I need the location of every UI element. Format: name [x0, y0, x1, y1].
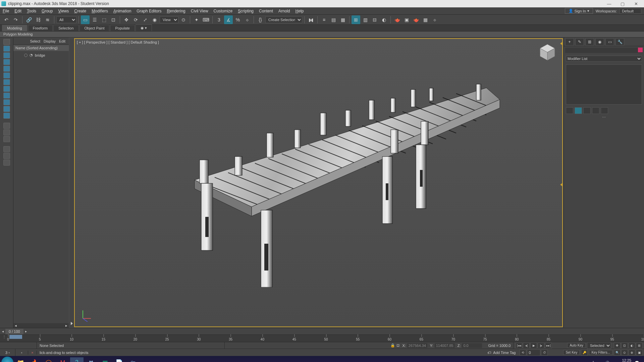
ribbon-tab-overflow[interactable]: ◉ ▾ [136, 24, 152, 31]
tray-chevron-icon[interactable]: ˄ [592, 361, 594, 362]
select-region-rect-button[interactable]: ⬚ [100, 15, 108, 24]
nav-walk-button[interactable]: ⊕ [629, 350, 635, 356]
named-selection-select[interactable]: Create Selection Se [265, 16, 302, 23]
show-end-result-button[interactable] [575, 107, 582, 114]
task-notepad[interactable]: 📄 [112, 357, 126, 362]
time-config-button[interactable]: ⏱ [541, 350, 548, 356]
minimize-button[interactable]: — [602, 0, 616, 7]
render-frame-button[interactable]: ▣ [402, 15, 411, 24]
bind-spacewarp-button[interactable]: ≋ [43, 15, 52, 24]
tray-volume-icon[interactable]: 🔊 [605, 361, 609, 362]
schematic-view-button[interactable]: ⊟ [370, 15, 379, 24]
next-frame-button[interactable]: |▸ [538, 343, 544, 349]
sign-in-button[interactable]: 👤 Sign In ▾ [565, 8, 593, 14]
play-button[interactable]: ▶ [530, 343, 537, 349]
nav-zoom-extents-button[interactable]: ⊡ [621, 343, 628, 349]
visibility-icon[interactable] [24, 54, 28, 57]
pin-stack-button[interactable] [566, 107, 573, 114]
display-geometry-icon[interactable] [3, 46, 10, 52]
snap-toggle-button[interactable]: 3 [215, 15, 223, 24]
z-value[interactable]: 0.0 [462, 343, 482, 348]
display-bones-icon[interactable] [3, 99, 10, 105]
listener-toggle[interactable]: ▫ [15, 351, 28, 355]
task-3dsmax[interactable]: 3 [70, 357, 84, 362]
nav-max-toggle-button[interactable]: ▣ [636, 350, 643, 356]
menu-content[interactable]: Content [256, 7, 276, 14]
configure-sets-button[interactable] [601, 107, 608, 114]
rotate-button[interactable]: ⟳ [131, 15, 140, 24]
mirror-button[interactable]: ◗◖ [307, 15, 315, 24]
ribbon-tab-populate[interactable]: Populate [110, 25, 135, 31]
timeslider-frame[interactable]: 0 / 100 [5, 329, 23, 334]
display-xrefs-icon[interactable] [3, 93, 10, 99]
cmdtab-create[interactable]: + [565, 38, 574, 46]
scene-scrollbar[interactable]: ◂ ▸ [13, 323, 69, 328]
select-by-name-button[interactable]: ☰ [90, 15, 99, 24]
task-app-x[interactable]: ✖ [84, 357, 98, 362]
placement-button[interactable]: ◉ [150, 15, 159, 24]
start-button[interactable] [1, 357, 13, 362]
pivot-button[interactable]: ⊙ [179, 15, 188, 24]
display-helpers-icon[interactable] [3, 72, 10, 78]
isolate-icon[interactable]: ⊡ [396, 343, 399, 348]
menu-group[interactable]: Group [39, 7, 55, 14]
layer-explorer-button[interactable]: ▤ [329, 15, 338, 24]
perspective-viewport[interactable]: [ + ] [ Perspective ] [ Standard ] [ Def… [74, 38, 563, 327]
tray-network-icon[interactable]: ▬ [598, 361, 601, 362]
viewcube[interactable] [537, 42, 557, 62]
scroll-left-icon[interactable]: ◂ [13, 323, 18, 328]
y-value[interactable]: 114007.85 [435, 343, 455, 348]
task-firefox[interactable]: 🔥 [28, 357, 41, 362]
remove-modifier-button[interactable] [592, 107, 599, 114]
task-gmail[interactable]: M [56, 357, 69, 362]
menu-create[interactable]: Create [71, 7, 89, 14]
scale-button[interactable]: ⤢ [141, 15, 150, 24]
render-production-button[interactable]: 🫖 [412, 15, 420, 24]
menu-views[interactable]: Views [55, 7, 71, 14]
display-spacewarps-icon[interactable] [3, 79, 10, 85]
timetag-icon[interactable]: 🏷 [487, 351, 491, 355]
timeslider-next[interactable]: ▸ [23, 329, 29, 333]
display-lights-icon[interactable] [3, 59, 10, 65]
menu-rendering[interactable]: Rendering [164, 7, 188, 14]
tray-notifications-icon[interactable]: 💬 [635, 361, 639, 362]
goto-start-button[interactable]: |◂◂ [516, 343, 522, 349]
ribbon-tab-selection[interactable]: Selection [53, 25, 78, 31]
display-groups-icon[interactable] [3, 86, 10, 92]
scene-tab-display[interactable]: Display [44, 39, 56, 43]
display-cameras-icon[interactable] [3, 66, 10, 72]
filter-lock-icon[interactable] [3, 160, 10, 166]
close-button[interactable]: ✕ [629, 0, 643, 7]
render-iterative-button[interactable]: ▦ [421, 15, 430, 24]
display-toggle-2-icon[interactable] [3, 129, 10, 135]
panel-drag-handle[interactable]: ⋯ [564, 115, 644, 117]
keyfilters-button[interactable]: Key Filters... [589, 350, 612, 355]
scene-tab-select[interactable]: Select [30, 39, 40, 43]
menu-customize[interactable]: Customize [211, 7, 235, 14]
selection-filter-select[interactable]: All [56, 16, 76, 23]
menu-arnold[interactable]: Arnold [276, 7, 293, 14]
render-online-button[interactable]: ⟐ [430, 15, 439, 24]
cmdtab-motion[interactable]: ◉ [595, 38, 604, 46]
angle-snap-button[interactable]: ∡ [224, 15, 233, 24]
cmdtab-modify[interactable]: ✎ [575, 38, 584, 46]
modifier-list-select[interactable]: Modifier List [566, 56, 642, 62]
display-toggle-3-icon[interactable] [3, 136, 10, 142]
ribbon-tab-object-paint[interactable]: Object Paint [79, 25, 110, 31]
select-object-button[interactable]: ▭ [81, 15, 90, 24]
goto-end-button[interactable]: ▸▸| [545, 343, 552, 349]
task-app-orange[interactable]: ◯ [42, 357, 55, 362]
listener-close[interactable]: × [28, 351, 37, 355]
setkey-button[interactable]: Set Key [563, 350, 580, 355]
prev-frame-button[interactable]: ◂| [523, 343, 530, 349]
task-explorer-2[interactable]: 🗂 [126, 357, 140, 362]
nav-fov-button[interactable]: ◐ [629, 343, 635, 349]
axis-gizmo[interactable] [79, 308, 93, 322]
move-button[interactable]: ✥ [122, 15, 131, 24]
display-none-icon[interactable] [3, 39, 10, 45]
task-excel[interactable]: ▦ [98, 357, 112, 362]
viewport-handle-top[interactable] [560, 42, 563, 46]
current-frame-input[interactable] [527, 349, 540, 356]
edit-named-sel-button[interactable]: {} [256, 15, 265, 24]
menu-help[interactable]: Help [293, 7, 307, 14]
